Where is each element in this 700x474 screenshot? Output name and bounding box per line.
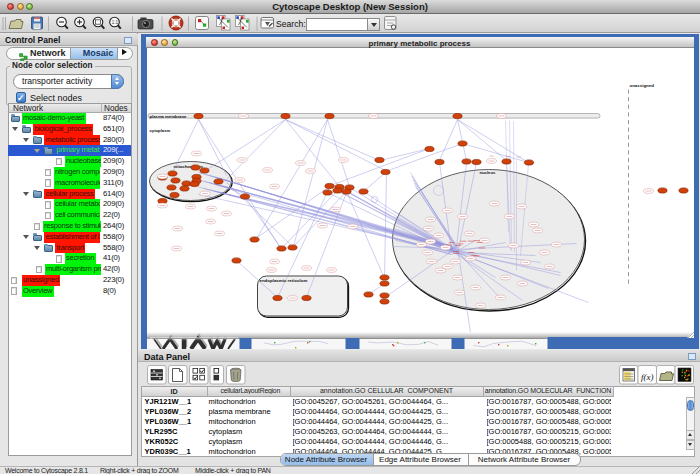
svg-text:1:1: 1:1 — [112, 20, 119, 25]
svg-text:nucleus: nucleus — [479, 170, 495, 175]
svg-text:cytoplasm: cytoplasm — [149, 127, 170, 132]
svg-text:plasma membrane: plasma membrane — [149, 113, 186, 118]
svg-text:unassigned: unassigned — [629, 83, 654, 88]
svg-text:f(x): f(x) — [641, 372, 654, 382]
svg-text:endoplasmic reticulum: endoplasmic reticulum — [259, 277, 307, 282]
